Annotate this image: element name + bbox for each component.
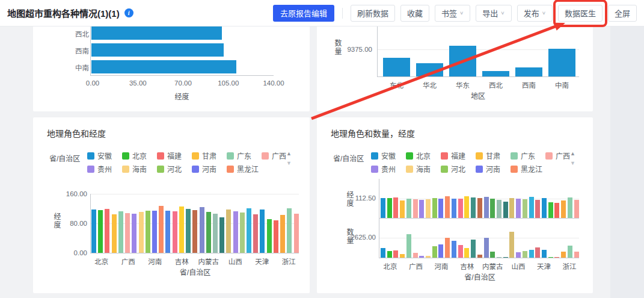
bar-重庆[interactable] bbox=[574, 200, 579, 218]
bar-上海[interactable] bbox=[529, 250, 534, 258]
bar-西藏[interactable] bbox=[267, 219, 272, 253]
bar-安徽[interactable] bbox=[381, 198, 385, 218]
bar-辽宁[interactable] bbox=[200, 207, 204, 253]
fullscreen-button[interactable]: 全屏 bbox=[608, 5, 637, 22]
bar-安徽[interactable] bbox=[91, 210, 96, 253]
legend-item-贵州[interactable]: 贵州 bbox=[87, 164, 112, 174]
legend-item-黑龙江[interactable]: 黑龙江 bbox=[227, 164, 259, 174]
bar-广西[interactable] bbox=[125, 213, 130, 253]
bar-江苏[interactable] bbox=[471, 197, 476, 218]
legend-item-广西[interactable]: 广西 bbox=[545, 151, 570, 161]
bar-河北[interactable] bbox=[432, 246, 437, 258]
bar-山东[interactable] bbox=[509, 232, 514, 258]
bar-辽宁[interactable] bbox=[484, 197, 489, 218]
bar-甘肃[interactable] bbox=[112, 214, 117, 253]
bar-河北[interactable] bbox=[146, 211, 150, 253]
bar-湖北[interactable] bbox=[452, 199, 456, 219]
bar-北京[interactable] bbox=[387, 198, 392, 218]
bar-青海[interactable] bbox=[219, 217, 224, 253]
bar-云南[interactable] bbox=[561, 200, 566, 218]
bar-江西[interactable] bbox=[192, 210, 197, 253]
legend-scroll-up-icon[interactable]: ▲ bbox=[286, 151, 292, 157]
bar-甘肃[interactable] bbox=[400, 200, 405, 219]
legend-scroll-down-icon[interactable]: ▼ bbox=[570, 161, 575, 166]
bar-贵州[interactable] bbox=[132, 214, 136, 253]
bar-山西[interactable] bbox=[516, 199, 521, 218]
bar-山东[interactable] bbox=[509, 198, 514, 218]
refresh-data-button[interactable]: 刷新数据 bbox=[351, 5, 395, 22]
bar-青海[interactable] bbox=[503, 202, 508, 219]
legend-item-甘肃[interactable]: 甘肃 bbox=[192, 151, 216, 161]
legend-item-北京[interactable]: 北京 bbox=[122, 151, 147, 161]
legend-item-河北[interactable]: 河北 bbox=[157, 164, 182, 174]
bar-上海[interactable] bbox=[529, 197, 534, 218]
bar-湖北[interactable] bbox=[452, 241, 456, 258]
bar-天津[interactable] bbox=[542, 198, 547, 218]
bar-内蒙古[interactable] bbox=[490, 252, 495, 258]
bar-重庆[interactable] bbox=[574, 252, 579, 258]
bar-西南[interactable] bbox=[91, 43, 224, 57]
bar-黑龙江[interactable] bbox=[445, 196, 450, 218]
bar-甘肃[interactable] bbox=[400, 254, 405, 258]
bar-江苏[interactable] bbox=[471, 240, 476, 258]
legend-item-甘肃[interactable]: 甘肃 bbox=[476, 151, 500, 161]
bar-贵州[interactable] bbox=[419, 200, 424, 218]
bar-内蒙古[interactable] bbox=[206, 212, 211, 253]
bar-河北[interactable] bbox=[432, 198, 437, 218]
bar-宁夏[interactable] bbox=[497, 200, 501, 218]
bar-青海[interactable] bbox=[503, 257, 508, 258]
data-doctor-button[interactable]: 数据医生 bbox=[558, 5, 603, 22]
publish-button[interactable]: 发布∨ bbox=[517, 5, 553, 22]
bar-山东[interactable] bbox=[226, 210, 231, 253]
bar-西南[interactable] bbox=[515, 67, 542, 76]
bar-陕西[interactable] bbox=[523, 251, 527, 258]
bar-江西[interactable] bbox=[477, 255, 482, 258]
bar-吉林[interactable] bbox=[179, 206, 184, 253]
bar-四川[interactable] bbox=[535, 200, 540, 218]
bar-华北[interactable] bbox=[416, 63, 443, 76]
bar-宁夏[interactable] bbox=[497, 257, 501, 258]
bar-陕西[interactable] bbox=[523, 199, 527, 218]
bar-西北[interactable] bbox=[482, 71, 509, 76]
bar-华东[interactable] bbox=[449, 46, 476, 76]
bar-广西[interactable] bbox=[413, 253, 418, 258]
bar-黑龙江[interactable] bbox=[159, 206, 164, 253]
legend-item-广东[interactable]: 广东 bbox=[227, 151, 251, 161]
bar-四川[interactable] bbox=[253, 214, 258, 253]
legend-item-安徽[interactable]: 安徽 bbox=[87, 151, 112, 161]
bar-浙江[interactable] bbox=[568, 246, 572, 258]
bar-福建[interactable] bbox=[105, 209, 109, 253]
favorite-button[interactable]: 收藏 bbox=[400, 5, 429, 22]
bar-广东[interactable] bbox=[406, 199, 411, 218]
bar-广西[interactable] bbox=[413, 199, 418, 218]
bar-西北[interactable] bbox=[91, 26, 222, 40]
bar-四川[interactable] bbox=[535, 247, 540, 258]
bar-湖南[interactable] bbox=[458, 199, 463, 218]
bar-湖南[interactable] bbox=[458, 245, 463, 258]
legend-item-北京[interactable]: 北京 bbox=[406, 151, 431, 161]
legend-item-黑龙江[interactable]: 黑龙江 bbox=[511, 164, 542, 174]
edit-report-button[interactable]: 去原报告编辑 bbox=[273, 5, 334, 22]
bar-湖南[interactable] bbox=[173, 211, 177, 253]
legend-item-海南[interactable]: 海南 bbox=[122, 164, 147, 174]
bar-浙江[interactable] bbox=[287, 208, 292, 253]
bar-新疆[interactable] bbox=[274, 220, 278, 253]
bar-云南[interactable] bbox=[561, 252, 566, 258]
bar-北京[interactable] bbox=[387, 251, 392, 258]
info-icon[interactable]: i bbox=[124, 8, 133, 17]
bar-中南[interactable] bbox=[548, 49, 575, 76]
bar-广东[interactable] bbox=[118, 211, 123, 253]
bar-内蒙古[interactable] bbox=[490, 199, 495, 218]
legend-item-河南[interactable]: 河南 bbox=[476, 164, 500, 174]
bar-中南[interactable] bbox=[91, 60, 236, 73]
bar-山西[interactable] bbox=[516, 252, 521, 258]
bar-广东[interactable] bbox=[406, 234, 411, 258]
bar-西藏[interactable] bbox=[548, 257, 553, 258]
bar-吉林[interactable] bbox=[464, 196, 469, 218]
bookmark-button[interactable]: 书签∨ bbox=[435, 5, 470, 22]
bar-浙江[interactable] bbox=[568, 197, 572, 218]
bar-湖北[interactable] bbox=[165, 211, 170, 253]
bar-西藏[interactable] bbox=[548, 202, 553, 218]
legend-item-贵州[interactable]: 贵州 bbox=[371, 164, 396, 174]
bar-东北[interactable] bbox=[383, 58, 410, 76]
